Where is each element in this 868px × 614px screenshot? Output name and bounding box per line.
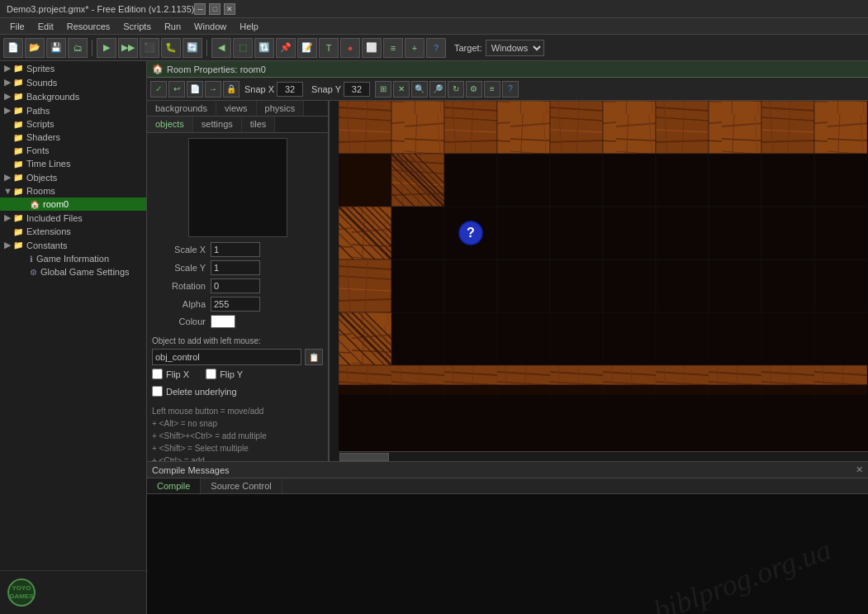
- tb-save[interactable]: 💾: [46, 38, 66, 58]
- rt-new[interactable]: 📄: [187, 81, 203, 98]
- tb-add-res[interactable]: 📌: [276, 38, 296, 58]
- obj-browse-btn[interactable]: 📋: [305, 349, 323, 365]
- sidebar-item-timelines[interactable]: 📁 Time Lines: [0, 157, 146, 170]
- menu-run[interactable]: Run: [158, 20, 187, 33]
- tb-open[interactable]: 📂: [25, 38, 45, 58]
- menu-file[interactable]: File: [3, 20, 31, 33]
- rt-help[interactable]: ?: [502, 81, 519, 98]
- svg-rect-43: [656, 154, 709, 207]
- rt-zoom-fit[interactable]: 🔎: [429, 81, 446, 98]
- tab-objects[interactable]: objects: [147, 117, 193, 132]
- sidebar-item-room0[interactable]: 🏠 room0: [0, 198, 146, 211]
- folder-icon: 📁: [13, 213, 23, 222]
- tab-settings[interactable]: settings: [193, 117, 242, 132]
- flip-x-checkbox[interactable]: [152, 369, 163, 379]
- tb-text[interactable]: T: [319, 38, 339, 58]
- tb-clean[interactable]: 🔄: [183, 38, 202, 58]
- rt-lock[interactable]: 🔒: [223, 81, 240, 98]
- snap-y-input[interactable]: [344, 82, 370, 97]
- tb-save2[interactable]: 🗂: [68, 38, 88, 58]
- h-scroll-thumb[interactable]: [339, 453, 389, 461]
- sidebar-item-rooms[interactable]: ▼ 📁 Rooms: [0, 184, 146, 198]
- sidebar-item-sounds[interactable]: ▶ 📁 Sounds: [0, 75, 146, 89]
- room-panel: backgrounds views physics objects settin…: [147, 101, 329, 461]
- rt-check[interactable]: ✓: [150, 81, 167, 98]
- rt-rotate[interactable]: ↻: [448, 81, 464, 98]
- tb-run[interactable]: ▶: [97, 38, 116, 58]
- canvas-scrollbar-h[interactable]: [339, 451, 868, 461]
- scale-y-input[interactable]: [211, 260, 260, 275]
- sidebar-label: Extensions: [26, 226, 71, 236]
- room-main: backgrounds views physics objects settin…: [147, 101, 868, 461]
- compile-tab-source[interactable]: Source Control: [201, 478, 282, 493]
- alpha-input[interactable]: [211, 297, 260, 312]
- sidebar-item-scripts[interactable]: 📁 Scripts: [0, 117, 146, 131]
- tb-edit[interactable]: 📝: [297, 38, 317, 58]
- object-preview: [188, 138, 287, 237]
- rt-list[interactable]: ≡: [484, 81, 500, 98]
- panel-scrollbar[interactable]: [329, 101, 339, 461]
- sidebar-item-gameinfo[interactable]: ℹ Game Information: [0, 252, 146, 265]
- sidebar-item-extensions[interactable]: 📁 Extensions: [0, 225, 146, 238]
- menu-edit[interactable]: Edit: [31, 20, 60, 33]
- sidebar-item-globalsettings[interactable]: ⚙ Global Game Settings: [0, 265, 146, 278]
- tb-plus[interactable]: +: [405, 38, 425, 58]
- colour-picker[interactable]: [211, 315, 235, 328]
- tb-reload[interactable]: 🔃: [254, 38, 274, 58]
- menu-scripts[interactable]: Scripts: [116, 20, 158, 33]
- tb-run2[interactable]: ▶▶: [118, 38, 138, 58]
- snap-x-input[interactable]: [277, 82, 303, 97]
- sidebar-label: room0: [43, 199, 69, 209]
- compile-close-btn[interactable]: ✕: [856, 464, 863, 475]
- compile-titlebar: Compile Messages ✕: [147, 462, 868, 478]
- svg-rect-75: [656, 259, 709, 312]
- rt-zoom-in[interactable]: 🔍: [411, 81, 428, 98]
- sidebar-item-included[interactable]: ▶ 📁 Included Files: [0, 211, 146, 225]
- sidebar-item-backgrounds[interactable]: ▶ 📁 Backgrounds: [0, 89, 146, 103]
- rt-grid[interactable]: ⊞: [375, 81, 391, 98]
- sidebar-item-fonts[interactable]: 📁 Fonts: [0, 144, 146, 157]
- tb-forward[interactable]: ⬚: [233, 38, 253, 58]
- compile-tab-compile[interactable]: Compile: [147, 478, 201, 493]
- instr-3: + <Shift>+<Ctrl> = add multiple: [152, 430, 323, 442]
- tb-list[interactable]: ≡: [383, 38, 403, 58]
- tb-debug[interactable]: 🐛: [161, 38, 181, 58]
- rt-forward[interactable]: →: [205, 81, 221, 98]
- folder-icon: 📁: [13, 92, 23, 101]
- tb-stop[interactable]: ⬛: [140, 38, 159, 58]
- sidebar-item-sprites[interactable]: ▶ 📁 Sprites: [0, 61, 146, 75]
- expand-icon: ▶: [3, 91, 12, 102]
- maximize-btn[interactable]: □: [209, 3, 221, 15]
- menu-help[interactable]: Help: [233, 20, 265, 33]
- delete-label: Delete underlying: [166, 387, 237, 397]
- rotation-input[interactable]: [211, 278, 260, 293]
- flip-y-checkbox[interactable]: [206, 369, 216, 379]
- svg-text:?: ?: [467, 226, 475, 240]
- scale-x-input[interactable]: [211, 242, 260, 257]
- menu-resources[interactable]: Resources: [60, 20, 117, 33]
- menu-window[interactable]: Window: [187, 20, 233, 33]
- sidebar-item-paths[interactable]: ▶ 📁 Paths: [0, 103, 146, 117]
- tab-views[interactable]: views: [216, 101, 257, 116]
- rt-undo[interactable]: ↩: [168, 81, 185, 98]
- close-btn[interactable]: ✕: [224, 3, 235, 15]
- tb-shape[interactable]: ⬜: [362, 38, 382, 58]
- target-select[interactable]: Windows Mac Linux: [486, 40, 544, 56]
- delete-checkbox[interactable]: [152, 386, 163, 397]
- sidebar-item-shaders[interactable]: 📁 Shaders: [0, 131, 146, 144]
- tab-physics[interactable]: physics: [257, 101, 305, 116]
- tb-new[interactable]: 📄: [3, 38, 23, 58]
- minimize-btn[interactable]: ─: [194, 3, 206, 15]
- rt-settings[interactable]: ⚙: [466, 81, 482, 98]
- tb-back[interactable]: ◀: [211, 38, 231, 58]
- obj-name-input[interactable]: [152, 349, 301, 365]
- svg-rect-24: [709, 101, 761, 154]
- rt-cross[interactable]: ✕: [393, 81, 410, 98]
- sidebar-item-objects[interactable]: ▶ 📁 Objects: [0, 170, 146, 184]
- sidebar-item-constants[interactable]: ▶ 📁 Constants: [0, 238, 146, 252]
- tab-backgrounds[interactable]: backgrounds: [147, 101, 216, 116]
- tb-event[interactable]: ●: [340, 38, 360, 58]
- tb-help[interactable]: ?: [426, 38, 446, 58]
- tab-tiles[interactable]: tiles: [242, 117, 276, 132]
- sidebar-label: Shaders: [26, 132, 60, 142]
